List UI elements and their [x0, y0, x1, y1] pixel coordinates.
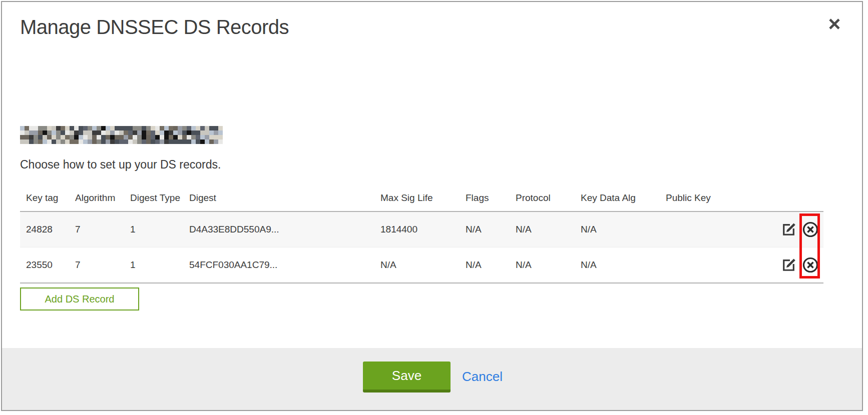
cell-algorithm: 7: [69, 212, 124, 248]
cell-public-key: [660, 212, 772, 248]
table-row: 24828 7 1 D4A33E8DD550A9... 1814400 N/A …: [20, 212, 823, 248]
cell-flags: N/A: [460, 248, 510, 284]
cell-key-tag: 24828: [20, 212, 69, 248]
col-digest: Digest: [183, 186, 374, 212]
col-flags: Flags: [460, 186, 510, 212]
pencil-square-icon: [781, 257, 797, 273]
col-protocol: Protocol: [510, 186, 575, 212]
cell-digest-type: 1: [124, 248, 183, 284]
cell-flags: N/A: [460, 212, 510, 248]
col-public-key: Public Key: [660, 186, 772, 212]
dialog-footer: Save Cancel: [2, 348, 862, 410]
circle-x-icon: [802, 256, 819, 274]
close-icon[interactable]: [827, 17, 842, 32]
cancel-link[interactable]: Cancel: [462, 362, 503, 392]
cell-protocol: N/A: [510, 212, 575, 248]
ds-records-table: Key tag Algorithm Digest Type Digest Max…: [20, 186, 823, 284]
cell-public-key: [660, 248, 772, 284]
col-actions: [772, 186, 823, 212]
cell-max-sig-life: N/A: [374, 248, 460, 284]
col-max-sig-life: Max Sig Life: [374, 186, 460, 212]
pencil-square-icon: [781, 222, 797, 238]
col-algorithm: Algorithm: [69, 186, 124, 212]
edit-record-button[interactable]: [781, 222, 797, 238]
cell-max-sig-life: 1814400: [374, 212, 460, 248]
delete-record-button[interactable]: [802, 221, 819, 238]
col-key-tag: Key tag: [20, 186, 69, 212]
edit-record-button[interactable]: [781, 257, 797, 273]
delete-record-button[interactable]: [802, 256, 819, 274]
cell-protocol: N/A: [510, 248, 575, 284]
manage-dnssec-dialog: Manage DNSSEC DS Records Choose how to s…: [1, 1, 863, 411]
close-x-icon: [827, 17, 841, 31]
cell-key-data-alg: N/A: [575, 248, 660, 284]
add-ds-record-button[interactable]: Add DS Record: [20, 288, 139, 310]
dialog-title: Manage DNSSEC DS Records: [20, 16, 289, 38]
save-button[interactable]: Save: [363, 362, 451, 392]
cell-digest: D4A33E8DD550A9...: [183, 212, 374, 248]
col-key-data-alg: Key Data Alg: [575, 186, 660, 212]
table-row: 23550 7 1 54FCF030AA1C79... N/A N/A N/A …: [20, 248, 823, 284]
cell-digest: 54FCF030AA1C79...: [183, 248, 374, 284]
table-header-row: Key tag Algorithm Digest Type Digest Max…: [20, 186, 823, 212]
cell-algorithm: 7: [69, 248, 124, 284]
circle-x-icon: [802, 221, 819, 238]
redacted-domain: [20, 126, 223, 144]
cell-digest-type: 1: [124, 212, 183, 248]
instruction-text: Choose how to set up your DS records.: [20, 158, 221, 172]
cell-key-tag: 23550: [20, 248, 69, 284]
cell-key-data-alg: N/A: [575, 212, 660, 248]
col-digest-type: Digest Type: [124, 186, 183, 212]
